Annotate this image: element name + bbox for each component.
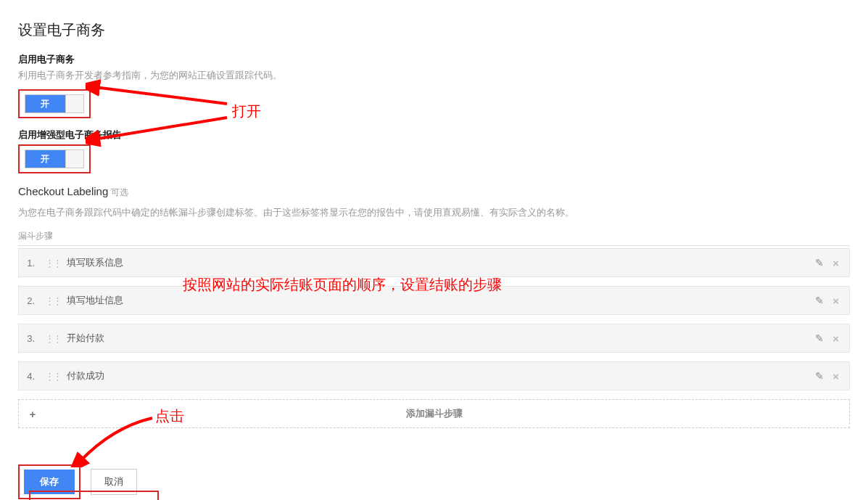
checkout-labeling-header: Checkout Labeling 可选 <box>18 185 850 199</box>
annotation-steps: 按照网站的实际结账页面的顺序，设置结账的步骤 <box>183 275 502 295</box>
funnel-step-row[interactable]: 1. ⋮⋮ 填写联系信息 ✎ × <box>18 248 850 277</box>
step-label: 填写地址信息 <box>67 294 123 307</box>
close-icon[interactable]: × <box>832 370 839 382</box>
cancel-button[interactable]: 取消 <box>91 469 137 495</box>
pencil-icon[interactable]: ✎ <box>815 332 824 344</box>
arrow-icon <box>86 116 231 152</box>
enable-ecommerce-title: 启用电子商务 <box>18 53 850 66</box>
drag-handle-icon[interactable]: ⋮⋮ <box>39 258 67 269</box>
annotation-click: 点击 <box>155 406 184 426</box>
pencil-icon[interactable]: ✎ <box>815 257 824 269</box>
close-icon[interactable]: × <box>832 295 839 307</box>
drag-handle-icon[interactable]: ⋮⋮ <box>39 295 67 306</box>
toggle-on-label: 开 <box>25 150 65 168</box>
save-button[interactable]: 保存 <box>24 470 75 494</box>
funnel-steps-label: 漏斗步骤 <box>18 230 850 242</box>
toggle-on-label: 开 <box>25 95 65 112</box>
funnel-step-row[interactable]: 3. ⋮⋮ 开始付款 ✎ × <box>18 324 850 353</box>
pencil-icon[interactable]: ✎ <box>815 370 824 382</box>
funnel-step-row[interactable]: 4. ⋮⋮ 付款成功 ✎ × <box>18 361 850 390</box>
highlight-box-toggle-1: 开 <box>18 89 91 118</box>
divider <box>18 245 850 246</box>
highlight-box-save: 保存 <box>18 464 80 499</box>
step-number: 2. <box>19 295 39 306</box>
step-number: 3. <box>19 333 39 344</box>
enhanced-ecommerce-toggle[interactable]: 开 <box>25 149 84 168</box>
close-icon[interactable]: × <box>832 332 839 345</box>
checkout-labeling-text: Checkout Labeling <box>18 185 108 197</box>
step-number: 4. <box>19 371 39 382</box>
svg-line-1 <box>94 118 227 139</box>
drag-handle-icon[interactable]: ⋮⋮ <box>39 371 67 382</box>
plus-icon: + <box>19 408 46 420</box>
pencil-icon[interactable]: ✎ <box>815 295 824 306</box>
enable-ecommerce-toggle[interactable]: 开 <box>25 94 84 113</box>
close-icon[interactable]: × <box>832 257 839 269</box>
highlight-box-toggle-2: 开 <box>18 144 91 173</box>
drag-handle-icon[interactable]: ⋮⋮ <box>39 333 67 344</box>
step-label: 填写联系信息 <box>67 256 123 269</box>
step-label: 开始付款 <box>67 332 104 345</box>
checkout-desc: 为您在电子商务跟踪代码中确定的结帐漏斗步骤创建标签。由于这些标签将显示在您的报告… <box>18 206 850 219</box>
page-title: 设置电子商务 <box>18 20 850 40</box>
arrow-icon <box>69 417 167 467</box>
arrow-icon <box>86 78 231 107</box>
add-step-label: 添加漏斗步骤 <box>406 407 463 420</box>
step-label: 付款成功 <box>67 369 104 382</box>
svg-line-0 <box>94 87 227 104</box>
annotation-open: 打开 <box>232 102 261 121</box>
toggle-off-area <box>65 150 83 168</box>
step-number: 1. <box>19 258 39 269</box>
checkout-optional-label: 可选 <box>111 187 128 197</box>
toggle-off-area <box>65 95 83 112</box>
